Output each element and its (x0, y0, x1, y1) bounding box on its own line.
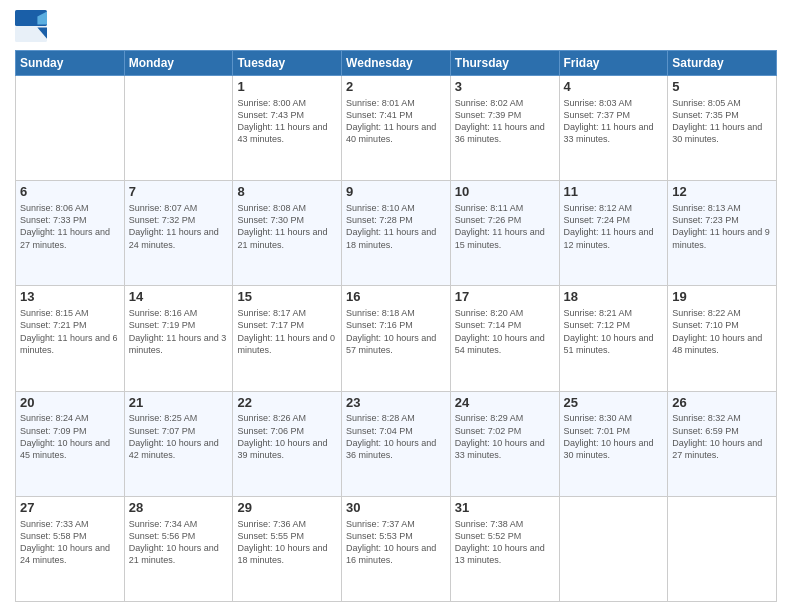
day-of-week-tuesday: Tuesday (233, 51, 342, 76)
day-info: Sunrise: 8:13 AM Sunset: 7:23 PM Dayligh… (672, 202, 772, 251)
day-info: Sunrise: 8:20 AM Sunset: 7:14 PM Dayligh… (455, 307, 555, 356)
day-number: 19 (672, 289, 772, 306)
day-info: Sunrise: 8:03 AM Sunset: 7:37 PM Dayligh… (564, 97, 664, 146)
day-cell: 1Sunrise: 8:00 AM Sunset: 7:43 PM Daylig… (233, 76, 342, 181)
day-info: Sunrise: 8:29 AM Sunset: 7:02 PM Dayligh… (455, 412, 555, 461)
day-number: 23 (346, 395, 446, 412)
day-info: Sunrise: 8:11 AM Sunset: 7:26 PM Dayligh… (455, 202, 555, 251)
day-number: 20 (20, 395, 120, 412)
day-number: 16 (346, 289, 446, 306)
day-info: Sunrise: 7:38 AM Sunset: 5:52 PM Dayligh… (455, 518, 555, 567)
day-cell: 13Sunrise: 8:15 AM Sunset: 7:21 PM Dayli… (16, 286, 125, 391)
day-info: Sunrise: 8:32 AM Sunset: 6:59 PM Dayligh… (672, 412, 772, 461)
week-row-3: 13Sunrise: 8:15 AM Sunset: 7:21 PM Dayli… (16, 286, 777, 391)
day-info: Sunrise: 8:18 AM Sunset: 7:16 PM Dayligh… (346, 307, 446, 356)
day-info: Sunrise: 7:36 AM Sunset: 5:55 PM Dayligh… (237, 518, 337, 567)
day-number: 11 (564, 184, 664, 201)
logo-icon (15, 10, 47, 42)
calendar-header-row: SundayMondayTuesdayWednesdayThursdayFrid… (16, 51, 777, 76)
week-row-4: 20Sunrise: 8:24 AM Sunset: 7:09 PM Dayli… (16, 391, 777, 496)
day-number: 8 (237, 184, 337, 201)
day-cell: 4Sunrise: 8:03 AM Sunset: 7:37 PM Daylig… (559, 76, 668, 181)
day-number: 2 (346, 79, 446, 96)
day-info: Sunrise: 8:12 AM Sunset: 7:24 PM Dayligh… (564, 202, 664, 251)
day-info: Sunrise: 7:33 AM Sunset: 5:58 PM Dayligh… (20, 518, 120, 567)
day-cell: 15Sunrise: 8:17 AM Sunset: 7:17 PM Dayli… (233, 286, 342, 391)
week-row-1: 1Sunrise: 8:00 AM Sunset: 7:43 PM Daylig… (16, 76, 777, 181)
day-info: Sunrise: 8:16 AM Sunset: 7:19 PM Dayligh… (129, 307, 229, 356)
day-cell: 3Sunrise: 8:02 AM Sunset: 7:39 PM Daylig… (450, 76, 559, 181)
day-number: 3 (455, 79, 555, 96)
day-cell: 7Sunrise: 8:07 AM Sunset: 7:32 PM Daylig… (124, 181, 233, 286)
day-number: 4 (564, 79, 664, 96)
day-cell: 26Sunrise: 8:32 AM Sunset: 6:59 PM Dayli… (668, 391, 777, 496)
day-number: 30 (346, 500, 446, 517)
day-info: Sunrise: 8:30 AM Sunset: 7:01 PM Dayligh… (564, 412, 664, 461)
day-number: 18 (564, 289, 664, 306)
day-info: Sunrise: 8:25 AM Sunset: 7:07 PM Dayligh… (129, 412, 229, 461)
day-info: Sunrise: 8:00 AM Sunset: 7:43 PM Dayligh… (237, 97, 337, 146)
day-info: Sunrise: 8:24 AM Sunset: 7:09 PM Dayligh… (20, 412, 120, 461)
day-cell (668, 496, 777, 601)
day-cell: 20Sunrise: 8:24 AM Sunset: 7:09 PM Dayli… (16, 391, 125, 496)
day-number: 21 (129, 395, 229, 412)
day-of-week-wednesday: Wednesday (342, 51, 451, 76)
day-cell: 30Sunrise: 7:37 AM Sunset: 5:53 PM Dayli… (342, 496, 451, 601)
day-cell: 9Sunrise: 8:10 AM Sunset: 7:28 PM Daylig… (342, 181, 451, 286)
day-cell: 24Sunrise: 8:29 AM Sunset: 7:02 PM Dayli… (450, 391, 559, 496)
day-info: Sunrise: 8:22 AM Sunset: 7:10 PM Dayligh… (672, 307, 772, 356)
day-info: Sunrise: 8:08 AM Sunset: 7:30 PM Dayligh… (237, 202, 337, 251)
day-cell: 21Sunrise: 8:25 AM Sunset: 7:07 PM Dayli… (124, 391, 233, 496)
day-number: 12 (672, 184, 772, 201)
day-number: 24 (455, 395, 555, 412)
day-info: Sunrise: 7:34 AM Sunset: 5:56 PM Dayligh… (129, 518, 229, 567)
day-info: Sunrise: 8:21 AM Sunset: 7:12 PM Dayligh… (564, 307, 664, 356)
day-info: Sunrise: 8:06 AM Sunset: 7:33 PM Dayligh… (20, 202, 120, 251)
day-number: 1 (237, 79, 337, 96)
day-cell: 10Sunrise: 8:11 AM Sunset: 7:26 PM Dayli… (450, 181, 559, 286)
day-info: Sunrise: 8:10 AM Sunset: 7:28 PM Dayligh… (346, 202, 446, 251)
header (15, 10, 777, 42)
calendar: SundayMondayTuesdayWednesdayThursdayFrid… (15, 50, 777, 602)
day-cell: 5Sunrise: 8:05 AM Sunset: 7:35 PM Daylig… (668, 76, 777, 181)
day-number: 9 (346, 184, 446, 201)
day-info: Sunrise: 7:37 AM Sunset: 5:53 PM Dayligh… (346, 518, 446, 567)
day-number: 15 (237, 289, 337, 306)
day-cell: 23Sunrise: 8:28 AM Sunset: 7:04 PM Dayli… (342, 391, 451, 496)
day-cell: 16Sunrise: 8:18 AM Sunset: 7:16 PM Dayli… (342, 286, 451, 391)
day-number: 22 (237, 395, 337, 412)
day-info: Sunrise: 8:28 AM Sunset: 7:04 PM Dayligh… (346, 412, 446, 461)
week-row-2: 6Sunrise: 8:06 AM Sunset: 7:33 PM Daylig… (16, 181, 777, 286)
day-cell: 12Sunrise: 8:13 AM Sunset: 7:23 PM Dayli… (668, 181, 777, 286)
day-info: Sunrise: 8:05 AM Sunset: 7:35 PM Dayligh… (672, 97, 772, 146)
day-cell: 6Sunrise: 8:06 AM Sunset: 7:33 PM Daylig… (16, 181, 125, 286)
day-of-week-monday: Monday (124, 51, 233, 76)
day-number: 29 (237, 500, 337, 517)
day-number: 28 (129, 500, 229, 517)
day-info: Sunrise: 8:07 AM Sunset: 7:32 PM Dayligh… (129, 202, 229, 251)
day-number: 6 (20, 184, 120, 201)
day-cell: 28Sunrise: 7:34 AM Sunset: 5:56 PM Dayli… (124, 496, 233, 601)
day-cell (124, 76, 233, 181)
day-info: Sunrise: 8:26 AM Sunset: 7:06 PM Dayligh… (237, 412, 337, 461)
day-of-week-saturday: Saturday (668, 51, 777, 76)
day-cell (16, 76, 125, 181)
day-number: 10 (455, 184, 555, 201)
day-number: 14 (129, 289, 229, 306)
day-info: Sunrise: 8:01 AM Sunset: 7:41 PM Dayligh… (346, 97, 446, 146)
day-number: 27 (20, 500, 120, 517)
day-info: Sunrise: 8:02 AM Sunset: 7:39 PM Dayligh… (455, 97, 555, 146)
day-cell: 25Sunrise: 8:30 AM Sunset: 7:01 PM Dayli… (559, 391, 668, 496)
day-number: 7 (129, 184, 229, 201)
day-number: 13 (20, 289, 120, 306)
day-number: 31 (455, 500, 555, 517)
day-cell: 29Sunrise: 7:36 AM Sunset: 5:55 PM Dayli… (233, 496, 342, 601)
day-cell: 17Sunrise: 8:20 AM Sunset: 7:14 PM Dayli… (450, 286, 559, 391)
day-number: 26 (672, 395, 772, 412)
day-of-week-sunday: Sunday (16, 51, 125, 76)
day-cell (559, 496, 668, 601)
day-cell: 14Sunrise: 8:16 AM Sunset: 7:19 PM Dayli… (124, 286, 233, 391)
day-cell: 2Sunrise: 8:01 AM Sunset: 7:41 PM Daylig… (342, 76, 451, 181)
day-cell: 11Sunrise: 8:12 AM Sunset: 7:24 PM Dayli… (559, 181, 668, 286)
day-number: 25 (564, 395, 664, 412)
